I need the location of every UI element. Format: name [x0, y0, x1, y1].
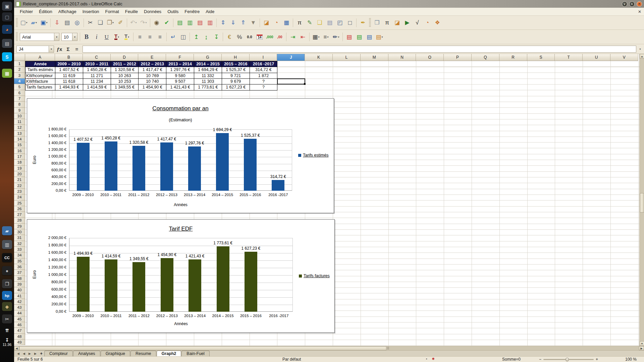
- close-button[interactable]: ✕: [637, 1, 642, 7]
- row-header-40[interactable]: 40: [14, 287, 25, 293]
- row-header-27[interactable]: 27: [14, 212, 25, 218]
- cell-year-7[interactable]: 2015 – 2016: [222, 61, 250, 67]
- chevron-down-icon[interactable]: ▾: [72, 33, 77, 41]
- sheet-tab-analyses[interactable]: Analyses: [73, 351, 100, 356]
- select-all-corner[interactable]: [14, 54, 25, 61]
- insert-media-button[interactable]: ▶: [402, 18, 412, 28]
- value-cell[interactable]: 1 414,59 €: [83, 84, 111, 90]
- menu-item-outils[interactable]: Outils: [164, 8, 181, 15]
- column-header-P[interactable]: P: [444, 54, 472, 61]
- row-header-7[interactable]: 7: [14, 96, 25, 102]
- row-header-8[interactable]: 8: [14, 102, 25, 107]
- row-header-36[interactable]: 36: [14, 264, 25, 270]
- value-cell[interactable]: 1 872: [250, 73, 278, 79]
- column-header-S[interactable]: S: [527, 54, 555, 61]
- minimize-button[interactable]: ∨: [622, 1, 627, 7]
- column-header-J[interactable]: J: [277, 54, 305, 61]
- equals-button[interactable]: =: [72, 45, 81, 53]
- dropdown-arrow-icon[interactable]: ▾: [118, 36, 119, 39]
- libreoffice-calc-icon[interactable]: ▦: [2, 69, 12, 78]
- cell-year-5[interactable]: 2013 – 2014: [166, 61, 194, 67]
- row-header-41[interactable]: 41: [14, 293, 25, 299]
- autofilter-button[interactable]: ▼: [248, 18, 258, 28]
- zoom-out-button[interactable]: −: [539, 357, 541, 362]
- display-icon[interactable]: ▢: [2, 12, 12, 21]
- value-cell[interactable]: ?: [250, 84, 278, 90]
- column-header-M[interactable]: M: [361, 54, 388, 61]
- delete-column-button[interactable]: ▥: [205, 18, 215, 28]
- value-cell[interactable]: 1 627,23 €: [222, 84, 250, 90]
- scroll-right-arrow-icon[interactable]: ▶: [639, 346, 644, 350]
- column-header-N[interactable]: N: [388, 54, 416, 61]
- column-header-L[interactable]: L: [333, 54, 361, 61]
- row-header-14[interactable]: 14: [14, 136, 25, 142]
- value-cell[interactable]: 11 618: [55, 79, 83, 84]
- row-header-22[interactable]: 22: [14, 183, 25, 189]
- sort-button[interactable]: ⇕: [218, 18, 228, 28]
- last-sheet-button[interactable]: ▶: [33, 351, 38, 356]
- print-preview-button[interactable]: ◎: [72, 18, 82, 28]
- value-cell[interactable]: 11 271: [83, 73, 111, 79]
- special-character-button[interactable]: π: [382, 18, 392, 28]
- align-left-button[interactable]: ≡: [135, 32, 145, 42]
- row-header-47[interactable]: 47: [14, 328, 25, 334]
- column-header-A[interactable]: A: [25, 54, 55, 61]
- menu-item-format[interactable]: Format: [102, 8, 122, 15]
- value-cell[interactable]: 1 694,29 €: [194, 67, 222, 73]
- row-header-48[interactable]: 48: [14, 334, 25, 340]
- cell-year-4[interactable]: 2012 – 2013: [139, 61, 166, 67]
- scrollbar-splitter[interactable]: [387, 347, 389, 350]
- spreadsheet-grid[interactable]: Année2009 – 20102010 – 20112011 – 201220…: [14, 54, 644, 346]
- font-name-select[interactable]: Arial▾: [20, 33, 59, 41]
- dropdown-arrow-icon[interactable]: ▾: [128, 36, 129, 39]
- chart-consommation-par-an[interactable]: Consommation par an(Estimation)1 800,00 …: [27, 98, 334, 213]
- sheet-tab-resume[interactable]: Resume: [130, 351, 156, 356]
- sheet-tab-compteur[interactable]: Compteur: [44, 351, 73, 356]
- image-button[interactable]: ◪: [392, 18, 402, 28]
- align-center-button[interactable]: ≡: [145, 32, 155, 42]
- row-header-45[interactable]: 45: [14, 316, 25, 322]
- close-document-icon[interactable]: ✕: [638, 9, 641, 14]
- name-box[interactable]: J4 ▾: [16, 46, 54, 53]
- row-header-35[interactable]: 35: [14, 258, 25, 264]
- percent-format-button[interactable]: %: [234, 32, 245, 42]
- dropdown-arrow-icon[interactable]: ▾: [146, 21, 147, 24]
- formula-input[interactable]: [83, 46, 636, 53]
- toolbar-grip[interactable]: [369, 18, 371, 27]
- dropdown-arrow-icon[interactable]: ▾: [36, 21, 37, 24]
- toolbar-grip[interactable]: [16, 18, 18, 27]
- cells-area[interactable]: Année2009 – 20102010 – 20112011 – 201220…: [25, 61, 639, 346]
- wrap-text-button[interactable]: ↵: [168, 32, 178, 42]
- cell-year-6[interactable]: 2014 – 2015: [194, 61, 222, 67]
- border-style-button[interactable]: ≡▾: [321, 32, 331, 42]
- horizontal-scrollbar-thumb[interactable]: [19, 346, 386, 350]
- row-header-11[interactable]: 11: [14, 119, 25, 125]
- scroll-up-icon[interactable]: ⇈: [2, 326, 12, 335]
- row-header-29[interactable]: 29: [14, 224, 25, 229]
- row-header-2[interactable]: 2: [14, 67, 25, 72]
- row-label-cell[interactable]: KWh compteur: [25, 73, 55, 79]
- open-button[interactable]: ▰▾: [29, 18, 39, 28]
- dropdown-arrow-icon[interactable]: ▾: [327, 36, 328, 39]
- column-header-T[interactable]: T: [555, 54, 583, 61]
- menu-item-insertion[interactable]: Insertion: [79, 8, 102, 15]
- insert-formula-object-button[interactable]: √: [412, 18, 422, 28]
- align-bottom-button[interactable]: ↧: [211, 32, 221, 42]
- expand-formula-bar-icon[interactable]: ▾: [638, 47, 643, 52]
- menu-item-affichage[interactable]: Affichage: [55, 8, 79, 15]
- row-header-15[interactable]: 15: [14, 142, 25, 148]
- row-header-46[interactable]: 46: [14, 322, 25, 328]
- row-header-12[interactable]: 12: [14, 125, 25, 130]
- row-header-16[interactable]: 16: [14, 148, 25, 154]
- first-sheet-button[interactable]: ◀: [15, 351, 21, 356]
- column-headers[interactable]: ABCDEFGHIJKLMNOPQRSTUV: [25, 54, 639, 61]
- headers-footers-button[interactable]: ▤: [325, 18, 335, 28]
- value-cell[interactable]: 11 234: [83, 79, 111, 84]
- sort-descending-button[interactable]: ⇑: [238, 18, 248, 28]
- row-header-32[interactable]: 32: [14, 241, 25, 247]
- save-button[interactable]: ▣▾: [39, 18, 49, 28]
- conditional-formatting-blue-button[interactable]: ▤: [364, 32, 374, 42]
- column-header-V[interactable]: V: [610, 54, 638, 61]
- add-decimal-button[interactable]: ,000: [265, 32, 275, 42]
- paste-button[interactable]: ❐▾: [105, 18, 115, 28]
